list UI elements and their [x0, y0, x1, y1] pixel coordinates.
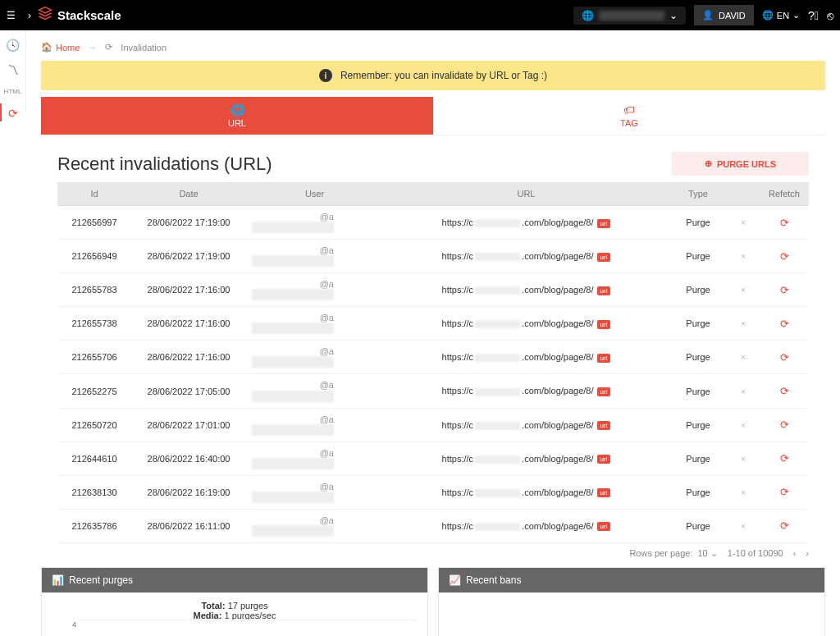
menu-icon[interactable]: ☰	[7, 10, 21, 21]
th-refetch[interactable]: Refetch	[760, 182, 809, 206]
table-row: 21265072028/06/2022 17:01:00@ahttps://c.…	[57, 408, 809, 442]
cell-id: 212655706	[57, 341, 131, 374]
rows-per-page-label: Rows per page:	[629, 548, 692, 558]
rail-analytics-icon[interactable]: 〽	[7, 63, 19, 76]
table-row: 21265227528/06/2022 17:05:00@ahttps://c.…	[57, 374, 809, 408]
site-name-blurred	[599, 11, 664, 21]
delete-icon[interactable]: ×	[741, 487, 746, 497]
rail-code-icon[interactable]: HTML	[4, 88, 22, 95]
refresh-icon: ⟳	[105, 42, 112, 53]
cell-id: 212655738	[57, 307, 131, 341]
refetch-icon[interactable]: ⟳	[780, 419, 789, 431]
url-badge: url	[597, 455, 611, 464]
table-row: 21263578628/06/2022 16:11:00@ahttps://c.…	[57, 509, 809, 542]
delete-icon[interactable]: ×	[741, 318, 746, 328]
refetch-icon[interactable]: ⟳	[780, 486, 789, 498]
cell-user: @a	[246, 408, 383, 442]
breadcrumb-home[interactable]: 🏠 Home	[41, 42, 80, 53]
cell-date: 28/06/2022 17:19:00	[131, 240, 246, 273]
url-badge: url	[597, 253, 611, 262]
content: 🏠 Home → ⟳ Invalidation i Remember: you …	[26, 30, 840, 636]
table-row: 21265699728/06/2022 17:19:00@ahttps://c.…	[57, 206, 809, 240]
arrow-icon: →	[88, 43, 97, 53]
cell-date: 28/06/2022 17:05:00	[131, 374, 246, 408]
url-badge: url	[597, 354, 611, 363]
delete-icon[interactable]: ×	[741, 454, 746, 464]
cell-id: 212644610	[57, 442, 131, 475]
cell-type: Purge	[669, 307, 727, 341]
refetch-icon[interactable]: ⟳	[780, 385, 789, 397]
th-id[interactable]: Id	[57, 182, 131, 206]
refetch-icon[interactable]: ⟳	[780, 217, 789, 229]
delete-icon[interactable]: ×	[741, 352, 746, 362]
chart-icon: 📈	[449, 574, 461, 586]
cell-date: 28/06/2022 17:16:00	[131, 273, 246, 307]
th-type[interactable]: Type	[669, 182, 727, 206]
refetch-icon[interactable]: ⟳	[780, 519, 789, 532]
cell-id: 212656997	[57, 206, 131, 240]
cell-user: @a	[246, 374, 383, 408]
cell-id: 212650720	[57, 408, 131, 442]
cell-user: @a	[246, 442, 383, 475]
banner-text: Remember: you can invalidate by URL or T…	[340, 70, 547, 81]
cell-date: 28/06/2022 17:01:00	[131, 408, 246, 442]
prev-page-button[interactable]: ‹	[793, 548, 797, 558]
panel-title: Recent bans	[466, 574, 521, 586]
globe-icon: 🌐	[582, 10, 594, 21]
tab-url[interactable]: 🌐 URL	[41, 97, 433, 135]
th-url[interactable]: URL	[383, 182, 669, 206]
site-dropdown[interactable]: 🌐 ⌄	[573, 7, 686, 25]
refetch-icon[interactable]: ⟳	[780, 452, 789, 464]
url-badge: url	[597, 488, 611, 497]
cell-type: Purge	[669, 341, 727, 374]
refetch-icon[interactable]: ⟳	[780, 318, 789, 330]
th-date[interactable]: Date	[131, 182, 246, 206]
cell-id: 212635786	[57, 509, 131, 542]
cell-date: 28/06/2022 16:19:00	[131, 475, 246, 509]
chevron-right-icon[interactable]: ›	[28, 10, 31, 21]
help-icon[interactable]: ?⃝	[808, 9, 819, 22]
cell-type: Purge	[669, 509, 727, 542]
recent-purges-panel: 📊 Recent purges Total: 17 purges Media: …	[41, 567, 428, 636]
th-user[interactable]: User	[246, 182, 383, 206]
globe-icon: 🌐	[41, 103, 433, 117]
cell-user: @a	[246, 206, 383, 240]
refetch-icon[interactable]: ⟳	[780, 250, 789, 263]
cell-user: @a	[246, 273, 383, 307]
delete-icon[interactable]: ×	[741, 285, 746, 295]
delete-icon[interactable]: ×	[741, 387, 746, 396]
url-badge: url	[597, 219, 611, 228]
home-icon: 🏠	[41, 42, 52, 53]
cell-date: 28/06/2022 17:19:00	[131, 206, 246, 240]
cell-type: Purge	[669, 408, 727, 442]
delete-icon[interactable]: ×	[741, 217, 746, 227]
section-title: Recent invalidations (URL)	[57, 153, 272, 175]
delete-icon[interactable]: ×	[741, 251, 746, 261]
tab-tag[interactable]: 🏷 TAG	[433, 97, 825, 135]
cell-url: https://c.com/blog/page/8/url	[383, 307, 669, 341]
table-row: 21263813028/06/2022 16:19:00@ahttps://c.…	[57, 475, 809, 509]
url-badge: url	[597, 421, 611, 430]
url-badge: url	[597, 522, 611, 531]
user-menu[interactable]: 👤 DAVID	[694, 5, 754, 25]
rows-per-page-select[interactable]: 10 ⌄	[697, 548, 717, 559]
refetch-icon[interactable]: ⟳	[780, 284, 789, 296]
rail-invalidation-icon[interactable]: ⟳	[8, 107, 18, 120]
refetch-icon[interactable]: ⟳	[780, 351, 789, 364]
rail-clock-icon[interactable]: 🕓	[6, 39, 20, 52]
info-icon: i	[319, 69, 332, 82]
logout-icon[interactable]: ⎋	[827, 9, 833, 22]
breadcrumb-current: Invalidation	[121, 43, 167, 53]
delete-icon[interactable]: ×	[741, 420, 746, 430]
next-page-button[interactable]: ›	[806, 548, 809, 558]
purge-urls-button[interactable]: ⊕ PURGE URLS	[672, 152, 809, 176]
language-dropdown[interactable]: 🌐 EN ⌄	[762, 10, 800, 21]
cell-type: Purge	[669, 442, 727, 475]
cell-id: 212652275	[57, 374, 131, 408]
logo[interactable]: Stackscale	[38, 6, 121, 25]
delete-icon[interactable]: ×	[741, 521, 746, 531]
plus-circle-icon: ⊕	[705, 158, 712, 169]
cell-id: 212638130	[57, 475, 131, 509]
globe-icon: 🌐	[762, 10, 774, 21]
cell-url: https://c.com/blog/page/8/url	[383, 442, 669, 475]
